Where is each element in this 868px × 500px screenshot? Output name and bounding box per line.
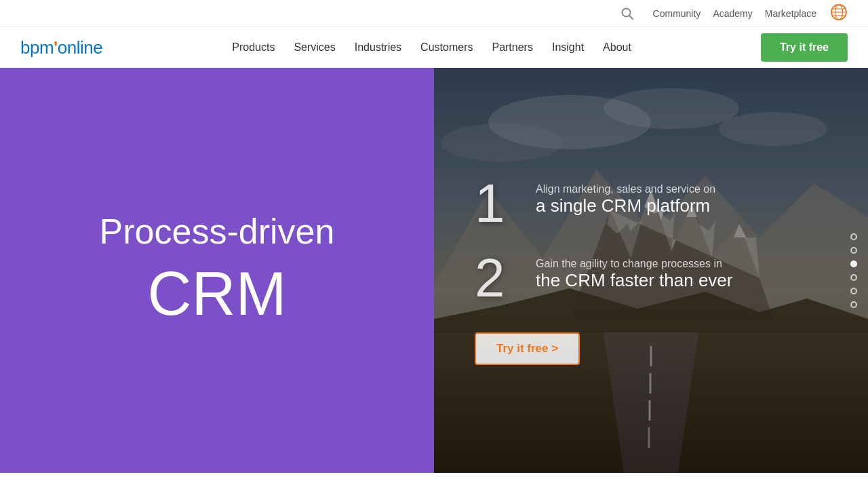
slide-dots bbox=[850, 233, 857, 308]
try-it-free-hero-button[interactable]: Try it free > bbox=[475, 332, 580, 365]
svg-line-1 bbox=[629, 16, 633, 19]
globe-icon[interactable] bbox=[830, 3, 848, 24]
search-icon-wrap[interactable] bbox=[620, 7, 634, 20]
nav-products[interactable]: Products bbox=[232, 41, 275, 54]
nav-industries[interactable]: Industries bbox=[355, 41, 401, 54]
hero-point1-small: Align marketing, sales and service on bbox=[536, 183, 715, 195]
nav-about[interactable]: About bbox=[603, 41, 631, 54]
hero-content-overlay: 1 Align marketing, sales and service on … bbox=[434, 68, 868, 473]
slide-dot-4[interactable] bbox=[850, 274, 857, 281]
slide-dot-5[interactable] bbox=[850, 288, 857, 294]
hero-headline: Process-driven CRM bbox=[100, 212, 335, 329]
hero-section: Process-driven CRM bbox=[0, 68, 868, 473]
logo-text: bpm'online bbox=[20, 37, 102, 58]
hero-text-2: Gain the agility to change processes in … bbox=[536, 251, 732, 291]
slide-dot-3[interactable] bbox=[850, 261, 857, 267]
nav-customers[interactable]: Customers bbox=[420, 41, 473, 54]
top-bar-links: Community Academy Marketplace bbox=[653, 8, 816, 19]
hero-point-2: 2 Gain the agility to change processes i… bbox=[475, 251, 827, 305]
logo[interactable]: bpm'online bbox=[20, 37, 102, 58]
hero-left-panel: Process-driven CRM bbox=[0, 68, 434, 473]
slide-dot-1[interactable] bbox=[850, 233, 857, 240]
try-it-free-nav-button[interactable]: Try it free bbox=[761, 33, 848, 62]
search-icon bbox=[620, 7, 634, 20]
nav-links: Products Services Industries Customers P… bbox=[102, 41, 761, 54]
hero-right-panel: 1 Align marketing, sales and service on … bbox=[434, 68, 868, 473]
nav-partners[interactable]: Partners bbox=[492, 41, 532, 54]
community-link[interactable]: Community bbox=[653, 8, 701, 19]
slide-dot-2[interactable] bbox=[850, 247, 857, 254]
hero-number-1: 1 bbox=[475, 176, 522, 231]
marketplace-link[interactable]: Marketplace bbox=[765, 8, 816, 19]
hero-point1-large: a single CRM platform bbox=[536, 195, 715, 216]
hero-number-2: 2 bbox=[475, 251, 522, 305]
nav-services[interactable]: Services bbox=[294, 41, 335, 54]
academy-link[interactable]: Academy bbox=[713, 8, 752, 19]
top-bar: Community Academy Marketplace bbox=[0, 0, 868, 27]
hero-point2-large: the CRM faster than ever bbox=[536, 270, 732, 291]
hero-point2-small: Gain the agility to change processes in bbox=[536, 258, 732, 270]
slide-dot-6[interactable] bbox=[850, 301, 857, 308]
main-nav: bpm'online Products Services Industries … bbox=[0, 27, 868, 68]
hero-point-1: 1 Align marketing, sales and service on … bbox=[475, 176, 827, 231]
nav-insight[interactable]: Insight bbox=[552, 41, 584, 54]
hero-text-1: Align marketing, sales and service on a … bbox=[536, 176, 715, 216]
